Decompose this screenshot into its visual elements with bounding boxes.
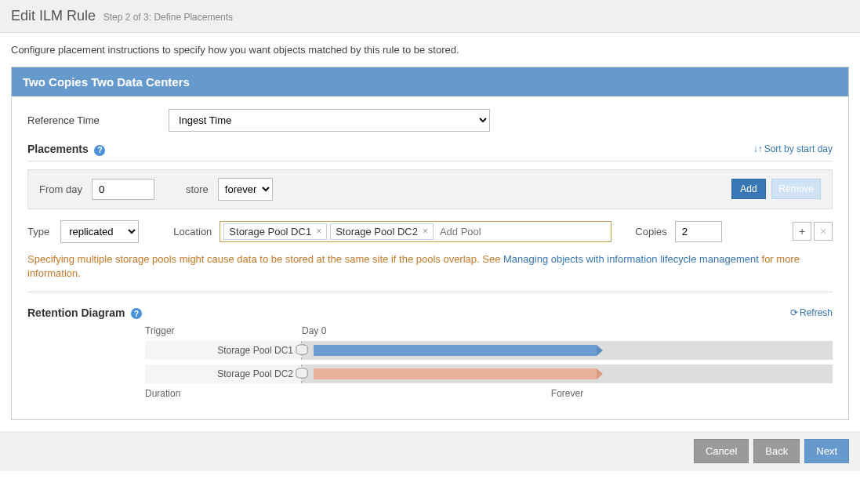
remove-button: Remove xyxy=(771,179,821,199)
doc-link[interactable]: Managing objects with information lifecy… xyxy=(503,253,759,265)
refresh-link[interactable]: ⟳Refresh xyxy=(790,307,833,318)
sort-by-start-day-link[interactable]: ↓↑Sort by start day xyxy=(753,143,833,154)
from-day-label: From day xyxy=(39,183,82,195)
add-button[interactable]: Add xyxy=(731,179,765,199)
copies-label: Copies xyxy=(635,226,666,237)
page-title: Edit ILM Rule xyxy=(11,8,96,24)
sort-icon: ↓↑ xyxy=(753,143,763,154)
close-icon[interactable]: × xyxy=(316,226,321,237)
day-0-label: Day 0 xyxy=(302,325,326,336)
store-select[interactable]: forever xyxy=(218,178,273,201)
retention-header: Retention Diagram ? ⟳Refresh xyxy=(27,306,833,320)
help-icon[interactable]: ? xyxy=(131,308,142,319)
reference-time-label: Reference Time xyxy=(27,114,169,126)
duration-label: Duration xyxy=(145,388,302,399)
copies-input[interactable] xyxy=(675,221,722,242)
help-icon[interactable]: ? xyxy=(94,145,105,156)
panel-title: Two Copies Two Data Centers xyxy=(12,67,848,96)
close-icon: × xyxy=(814,222,833,241)
reference-time-row: Reference Time Ingest Time xyxy=(27,109,833,132)
intro-text: Configure placement instructions to spec… xyxy=(0,33,860,67)
diagram-pool-label: Storage Pool DC2 xyxy=(145,364,302,383)
placements-header: Placements ? ↓↑Sort by start day xyxy=(27,143,833,161)
location-pool-box[interactable]: Storage Pool DC1× Storage Pool DC2× xyxy=(220,221,611,242)
rule-panel: Two Copies Two Data Centers Reference Ti… xyxy=(11,67,849,420)
back-button[interactable]: Back xyxy=(753,439,800,463)
cancel-button[interactable]: Cancel xyxy=(694,439,749,463)
storage-icon xyxy=(295,343,309,357)
placements-title: Placements xyxy=(27,143,89,155)
refresh-icon: ⟳ xyxy=(790,307,798,318)
close-icon[interactable]: × xyxy=(423,226,428,237)
location-label: Location xyxy=(173,226,212,237)
diagram-row-dc1: Storage Pool DC1 xyxy=(145,341,833,360)
placement-detail-row: Type replicated Location Storage Pool DC… xyxy=(27,209,833,248)
overlap-warning: Specifying multiple storage pools might … xyxy=(27,248,833,292)
step-indicator: Step 2 of 3: Define Placements xyxy=(103,12,233,23)
storage-icon xyxy=(295,367,309,381)
diagram-row-dc2: Storage Pool DC2 xyxy=(145,364,833,383)
from-day-input[interactable] xyxy=(92,179,154,200)
retention-title: Retention Diagram xyxy=(27,306,125,319)
type-select[interactable]: replicated xyxy=(60,220,139,243)
plus-icon[interactable]: + xyxy=(793,222,811,241)
add-pool-input[interactable] xyxy=(437,224,608,239)
footer: Cancel Back Next xyxy=(0,431,860,471)
retention-diagram: Trigger Day 0 Storage Pool DC1 Storage P… xyxy=(27,325,833,407)
diagram-pool-label: Storage Pool DC1 xyxy=(145,341,302,360)
pool-tag-dc1: Storage Pool DC1× xyxy=(223,223,327,240)
type-label: Type xyxy=(27,226,49,237)
trigger-label: Trigger xyxy=(145,325,302,336)
next-button[interactable]: Next xyxy=(804,439,849,463)
store-label: store xyxy=(186,183,209,195)
duration-value: Forever xyxy=(302,388,833,399)
pool-tag-dc2: Storage Pool DC2× xyxy=(330,223,434,240)
page-header: Edit ILM Rule Step 2 of 3: Define Placem… xyxy=(0,0,860,33)
placement-period-box: From day store forever Add Remove xyxy=(27,169,833,209)
reference-time-select[interactable]: Ingest Time xyxy=(169,109,490,132)
